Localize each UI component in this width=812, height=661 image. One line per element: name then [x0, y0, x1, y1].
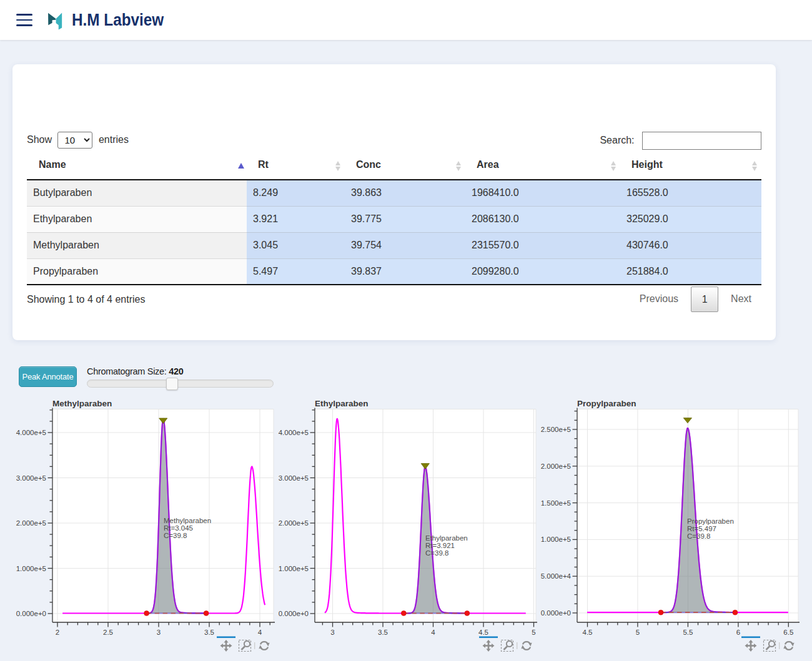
svg-text:1.500e+5: 1.500e+5: [541, 499, 571, 507]
svg-text:Methylparaben: Methylparaben: [52, 399, 112, 408]
svg-text:0.000e+0: 0.000e+0: [279, 610, 309, 617]
svg-text:Propylparaben: Propylparaben: [577, 399, 636, 408]
svg-text:5.5: 5.5: [683, 629, 693, 636]
svg-text:Rt=3.045: Rt=3.045: [164, 524, 193, 532]
svg-text:4.5: 4.5: [478, 629, 488, 636]
svg-text:Methylparaben: Methylparaben: [164, 517, 211, 524]
svg-text:4.000e+5: 4.000e+5: [279, 429, 309, 436]
svg-text:0.000e+0: 0.000e+0: [541, 609, 571, 617]
svg-text:1.000e+5: 1.000e+5: [16, 565, 46, 572]
svg-text:Rt=3.921: Rt=3.921: [425, 542, 455, 549]
svg-text:4.5: 4.5: [583, 629, 593, 636]
svg-text:5: 5: [532, 629, 535, 636]
svg-text:5.000e+4: 5.000e+4: [541, 572, 572, 580]
svg-text:2.5: 2.5: [103, 629, 113, 636]
svg-text:1.000e+5: 1.000e+5: [279, 565, 309, 572]
svg-text:2.000e+5: 2.000e+5: [541, 463, 571, 470]
svg-text:2: 2: [56, 629, 59, 636]
svg-text:3.5: 3.5: [378, 629, 388, 636]
svg-text:2.000e+5: 2.000e+5: [16, 519, 46, 527]
svg-text:C=39.8: C=39.8: [425, 549, 448, 557]
svg-text:Rt=5.497: Rt=5.497: [687, 525, 716, 532]
svg-text:Propylparaben: Propylparaben: [687, 517, 734, 525]
svg-text:4: 4: [431, 629, 435, 636]
svg-text:0.000e+0: 0.000e+0: [16, 610, 46, 617]
svg-text:1.000e+5: 1.000e+5: [541, 536, 571, 543]
svg-text:4.000e+5: 4.000e+5: [16, 429, 46, 436]
svg-text:2.500e+5: 2.500e+5: [541, 426, 571, 433]
svg-text:3.000e+5: 3.000e+5: [279, 474, 309, 482]
svg-text:6: 6: [736, 629, 740, 636]
svg-text:3: 3: [157, 629, 161, 636]
svg-text:Ethylparaben: Ethylparaben: [425, 534, 468, 542]
svg-text:3: 3: [330, 629, 334, 636]
svg-text:3.000e+5: 3.000e+5: [16, 474, 46, 482]
svg-text:3.5: 3.5: [204, 629, 214, 636]
svg-text:4: 4: [258, 629, 262, 636]
svg-text:5: 5: [636, 629, 640, 636]
svg-text:6.5: 6.5: [783, 629, 793, 636]
svg-text:2.000e+5: 2.000e+5: [279, 519, 309, 527]
svg-text:C=39.8: C=39.8: [687, 532, 710, 540]
svg-text:Ethylparaben: Ethylparaben: [315, 399, 369, 408]
svg-text:C=39.8: C=39.8: [164, 532, 187, 539]
